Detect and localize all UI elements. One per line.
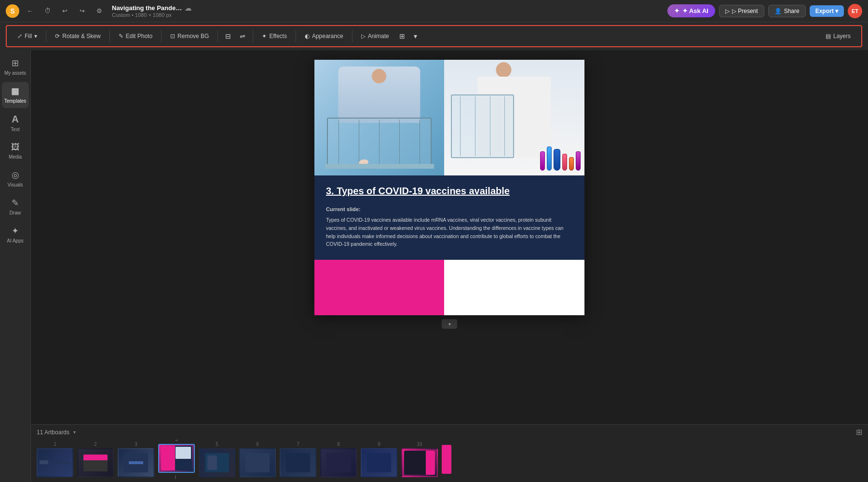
filmstrip-thumbs: 1 2 [37,440,862,479]
rotate-skew-button[interactable]: ⟳ Rotate & Skew [50,30,105,42]
edit-photo-icon: ✎ [119,33,123,40]
templates-icon: ▦ [11,86,19,96]
thumb-item-2[interactable]: 2 [77,442,114,477]
thumb-img-2[interactable] [77,448,114,477]
thumb-img-4[interactable] [158,444,195,473]
separator-7 [352,30,353,42]
flip-button[interactable]: ⇌ [236,30,249,42]
grid-view-icon[interactable]: ⊞ [856,428,862,437]
thumb-img-3[interactable] [118,448,154,477]
share-icon: 👤 [774,8,782,14]
slide-images-area [314,60,584,175]
text-icon: A [12,114,18,125]
sidebar-item-ai-apps[interactable]: ✦ AI Apps [2,222,29,248]
sidebar-item-my-assets-label: My assets [4,70,26,76]
undo-button[interactable]: ↩ [58,4,71,18]
present-button[interactable]: ▷ ▷ Present [719,5,764,17]
appearance-icon: ◐ [305,33,310,40]
settings-button[interactable]: ⚙ [93,4,106,18]
sidebar-item-visuals-label: Visuals [7,182,23,188]
remove-bg-button[interactable]: ⊡ Remove BG [165,30,214,42]
animate-button[interactable]: ▷ Animate [356,30,394,42]
thumb-num-2: 2 [94,442,97,447]
effects-button[interactable]: ✦ Effects [257,30,291,42]
thumb-img-1[interactable] [37,448,73,477]
thumb-item-5[interactable]: 5 [199,442,235,477]
sidebar-item-templates-label: Templates [4,98,27,104]
main-layout: ⊞ My assets ▦ Templates A Text 🖼 Media ◎… [0,50,868,482]
fill-chevron-icon: ▾ [34,33,37,40]
export-button[interactable]: Export ▾ [810,5,844,17]
rotate-icon: ⟳ [55,33,60,40]
effects-icon: ✦ [262,33,267,40]
sidebar-item-media-label: Media [9,154,22,160]
slide-body-text: Types of COVID-19 vaccines available inc… [326,216,573,248]
history-button[interactable]: ⏱ [41,4,54,18]
thumb-item-4[interactable]: 4 ⋮ [158,440,195,479]
slide-image-right [444,60,584,175]
canvas-area: 3. Types of COVID-19 vaccines available … [31,50,868,424]
sidebar-item-media[interactable]: 🖼 Media [2,138,29,164]
draw-icon: ✎ [12,198,19,208]
crop-button[interactable]: ⊟ [222,30,234,42]
filmstrip-header: 11 Artboards ▾ ⊞ [37,428,862,437]
separator-4 [217,30,218,42]
thumb-item-3[interactable]: 3 [118,442,154,477]
animate-icon: ▷ [361,33,366,40]
thumb-num-9: 9 [378,442,380,447]
filmstrip-chevron-icon[interactable]: ▾ [73,429,76,435]
thumb-item-6[interactable]: 6 [239,442,276,477]
sidebar-item-draw[interactable]: ✎ Draw [2,194,29,220]
sidebar-item-my-assets[interactable]: ⊞ My assets [2,54,29,80]
slide-image-left [314,60,444,175]
thumb-item-9[interactable]: 9 [361,442,397,477]
thumb-item-10[interactable]: 10 [401,442,438,477]
thumb-item-7[interactable]: 7 [280,442,316,477]
thumb-overflow [442,445,451,474]
thumb-num-8: 8 [337,442,340,447]
sidebar-item-templates[interactable]: ▦ Templates [2,82,29,108]
thumb-num-10: 10 [417,442,422,447]
slide-bottom: 3. Types of COVID-19 vaccines available … [314,175,584,260]
thumb-num-5: 5 [216,442,218,447]
fill-icon: ⤢ [17,33,22,40]
separator-2 [109,30,110,42]
layers-icon: ▤ [826,33,831,40]
sidebar-item-text[interactable]: A Text [2,110,29,136]
thumb-img-9[interactable] [361,448,397,477]
layers-button[interactable]: ▤ Layers [821,30,855,42]
thumb-4-menu-button[interactable]: ⋮ [172,474,179,480]
slide-canvas[interactable]: 3. Types of COVID-19 vaccines available … [314,60,584,315]
ai-apps-icon: ✦ [12,226,19,236]
share-button[interactable]: 👤 Share [768,5,806,17]
collapse-panel-button[interactable]: ▾ [442,319,457,329]
thumb-item-1[interactable]: 1 [37,442,73,477]
appearance-button[interactable]: ◐ Appearance [300,30,348,42]
thumb-img-8[interactable] [320,448,357,477]
topbar-title-area: Navigating the Pande… ☁ Custom • 1080 × … [112,4,191,18]
thumb-img-6[interactable] [239,448,276,477]
sidebar-item-visuals[interactable]: ◎ Visuals [2,166,29,192]
back-button[interactable]: ← [23,4,37,18]
thumb-img-7[interactable] [280,448,316,477]
share-label: Share [784,8,800,14]
ask-ai-label: ✦ Ask AI [682,7,708,14]
present-label: ▷ Present [732,8,758,14]
thumb-img-10[interactable] [401,448,438,477]
thumb-img-5[interactable] [199,448,235,477]
sidebar-item-text-label: Text [11,127,19,133]
avatar: ET [848,4,862,18]
ask-ai-button[interactable]: ✦ ✦ Ask AI [667,4,715,17]
sidebar-item-ai-apps-label: AI Apps [7,238,23,244]
app-logo: S [6,4,19,18]
fill-button[interactable]: ⤢ Fill ▾ [13,30,42,42]
thumb-item-8[interactable]: 8 [320,442,357,477]
visuals-icon: ◎ [12,170,19,180]
edit-photo-button[interactable]: ✎ Edit Photo [114,30,157,42]
ask-ai-icon: ✦ [674,7,679,14]
more-options-button[interactable]: ▾ [410,30,420,42]
filmstrip: 11 Artboards ▾ ⊞ 1 [31,424,868,482]
redo-button[interactable]: ↪ [75,4,89,18]
topbar: S ← ⏱ ↩ ↪ ⚙ Navigating the Pande… ☁ Cust… [0,0,868,22]
position-button[interactable]: ⊞ [396,30,408,42]
